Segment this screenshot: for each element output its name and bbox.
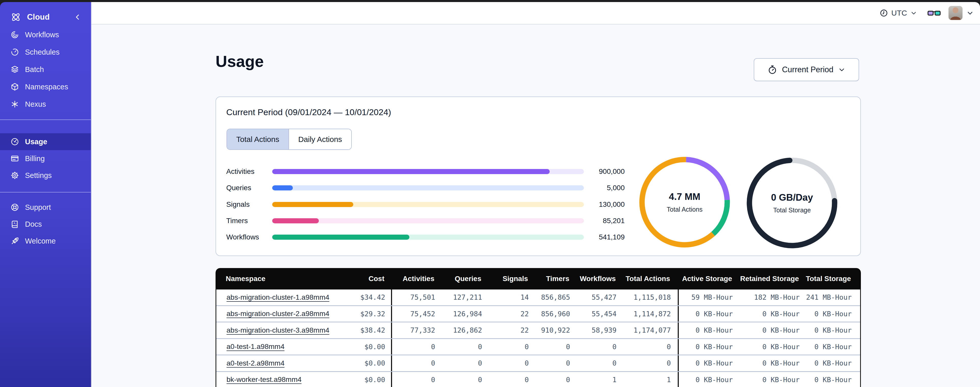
bar-fill bbox=[272, 218, 319, 223]
tab-label: Total Actions bbox=[236, 135, 279, 144]
sidebar-item-nexus[interactable]: Nexus bbox=[0, 96, 91, 113]
sidebar-item-schedules[interactable]: Schedules bbox=[0, 43, 91, 61]
table-cell: 0 KB-Hour bbox=[735, 322, 802, 338]
table-cell: 14 bbox=[485, 289, 531, 305]
collapse-sidebar-icon[interactable] bbox=[73, 8, 82, 26]
table-cell: 22 bbox=[485, 322, 531, 338]
table-row: bk-worker-test.a98mm4$0.000000110 KB-Hou… bbox=[216, 372, 860, 387]
sidebar-item-settings[interactable]: Settings bbox=[0, 167, 91, 184]
col-header-total-actions: Total Actions bbox=[618, 268, 677, 289]
table-cell: 127,211 bbox=[438, 289, 485, 305]
table-cell: 0 KB-Hour bbox=[802, 306, 860, 322]
sidebar-divider bbox=[0, 192, 91, 192]
usage-icon bbox=[10, 137, 19, 146]
labs-glasses-button[interactable] bbox=[928, 9, 941, 17]
total-actions-value: 4.7 MM bbox=[669, 192, 700, 202]
table-row: abs-migration-cluster-3.a98mm4$38.4277,3… bbox=[216, 322, 860, 339]
table-cell: $34.42 bbox=[337, 289, 391, 305]
bar-row-queries: Queries 5,000 bbox=[226, 183, 625, 193]
sidebar-item-support[interactable]: Support bbox=[0, 199, 91, 216]
table-row: a0-test-1.a98mm4$0.000000000 KB-Hour0 KB… bbox=[216, 339, 860, 356]
table-cell: 0 KB-Hour bbox=[802, 355, 860, 371]
namespace-link[interactable]: abs-migration-cluster-3.a98mm4 bbox=[226, 326, 329, 334]
table-cell: 126,984 bbox=[438, 306, 485, 322]
table-cell: $38.42 bbox=[337, 322, 391, 338]
namespace-usage-table: Namespace Cost Activities Queries Signal… bbox=[216, 268, 861, 387]
table-cell: 1,115,018 bbox=[619, 289, 678, 305]
sidebar-item-docs[interactable]: Docs bbox=[0, 216, 91, 233]
bar-fill bbox=[272, 202, 353, 207]
table-cell: 0 bbox=[438, 339, 485, 355]
table-cell: 0 bbox=[531, 355, 573, 371]
tab-daily-actions[interactable]: Daily Actions bbox=[288, 129, 351, 149]
table-cell: 0 KB-Hour bbox=[802, 339, 860, 355]
account-menu-button[interactable] bbox=[966, 9, 974, 17]
total-actions-donut: 4.7 MM Total Actions bbox=[633, 151, 736, 253]
table-cell: 856,865 bbox=[531, 289, 573, 305]
table-cell: 55,427 bbox=[573, 289, 619, 305]
namespace-link[interactable]: abs-migration-cluster-1.a98mm4 bbox=[226, 293, 329, 301]
timezone-selector[interactable]: UTC bbox=[880, 9, 917, 18]
col-header-cost: Cost bbox=[337, 268, 390, 289]
table-cell: $0.00 bbox=[337, 355, 391, 371]
sidebar-brand[interactable]: Cloud bbox=[0, 8, 91, 26]
table-cell: 0 KB-Hour bbox=[802, 322, 860, 338]
workflows-icon bbox=[10, 30, 19, 39]
bar-row-timers: Timers 85,201 bbox=[226, 216, 625, 226]
bar-row-workflows: Workflows 541,109 bbox=[226, 232, 625, 242]
table-cell: 59 MB-Hour bbox=[678, 289, 735, 305]
table-cell: 0 KB-Hour bbox=[802, 372, 860, 387]
table-cell: 1,114,872 bbox=[619, 306, 678, 322]
period-selector-button[interactable]: Current Period bbox=[754, 58, 859, 81]
table-cell: 0 bbox=[485, 339, 531, 355]
table-cell: 0 bbox=[619, 339, 678, 355]
usage-summary-card: Current Period (09/01/2024 — 10/01/2024)… bbox=[216, 96, 861, 256]
table-cell: 0 bbox=[438, 355, 485, 371]
sidebar-item-billing[interactable]: Billing bbox=[0, 150, 91, 167]
sidebar-item-label: Billing bbox=[25, 154, 45, 163]
namespace-cell: bk-worker-test.a98mm4 bbox=[216, 372, 337, 387]
namespace-link[interactable]: a0-test-2.a98mm4 bbox=[226, 359, 285, 367]
nexus-icon bbox=[10, 99, 19, 109]
bar-label: Timers bbox=[226, 217, 272, 225]
col-header-timers: Timers bbox=[531, 268, 572, 289]
col-header-total-storage: Total Storage bbox=[802, 268, 859, 289]
chevron-down-icon bbox=[910, 10, 917, 17]
namespace-cell: a0-test-1.a98mm4 bbox=[216, 339, 337, 355]
sidebar-item-namespaces[interactable]: Namespaces bbox=[0, 78, 91, 96]
namespace-cell: abs-migration-cluster-2.a98mm4 bbox=[216, 306, 337, 322]
total-storage-value: 0 GB/Day bbox=[771, 192, 813, 203]
sidebar-item-workflows[interactable]: Workflows bbox=[0, 26, 91, 43]
namespace-link[interactable]: bk-worker-test.a98mm4 bbox=[226, 376, 302, 384]
table-cell: 241 MB-Hour bbox=[802, 289, 860, 305]
table-cell: 0 bbox=[391, 339, 438, 355]
billing-icon bbox=[10, 154, 19, 163]
table-cell: 77,332 bbox=[391, 322, 438, 338]
table-cell: 22 bbox=[485, 306, 531, 322]
sidebar-item-label: Schedules bbox=[25, 48, 59, 56]
bar-label: Signals bbox=[226, 200, 272, 209]
sidebar-item-welcome[interactable]: Welcome bbox=[0, 233, 91, 249]
sidebar-item-usage[interactable]: Usage bbox=[0, 133, 91, 150]
activities-bar bbox=[272, 169, 584, 174]
sidebar-item-batch[interactable]: Batch bbox=[0, 61, 91, 78]
stopwatch-icon bbox=[767, 65, 778, 75]
avatar[interactable] bbox=[948, 6, 963, 20]
table-cell: 126,862 bbox=[438, 322, 485, 338]
batch-icon bbox=[10, 65, 19, 74]
tab-total-actions[interactable]: Total Actions bbox=[227, 129, 288, 149]
bar-label: Workflows bbox=[226, 233, 272, 241]
bar-value: 900,000 bbox=[584, 168, 625, 176]
table-cell: 75,452 bbox=[391, 306, 438, 322]
bar-fill bbox=[272, 235, 409, 240]
docs-icon bbox=[10, 219, 19, 229]
bar-row-activities: Activities 900,000 bbox=[226, 166, 625, 177]
namespace-link[interactable]: a0-test-1.a98mm4 bbox=[226, 342, 285, 351]
table-cell: 0 bbox=[485, 355, 531, 371]
table-cell: 182 MB-Hour bbox=[735, 289, 802, 305]
namespace-link[interactable]: abs-migration-cluster-2.a98mm4 bbox=[226, 310, 329, 318]
table-row: a0-test-2.a98mm4$0.000000000 KB-Hour0 KB… bbox=[216, 355, 860, 372]
table-cell: 0 bbox=[485, 372, 531, 387]
sidebar-item-label: Workflows bbox=[25, 30, 59, 39]
queries-bar bbox=[272, 186, 584, 190]
